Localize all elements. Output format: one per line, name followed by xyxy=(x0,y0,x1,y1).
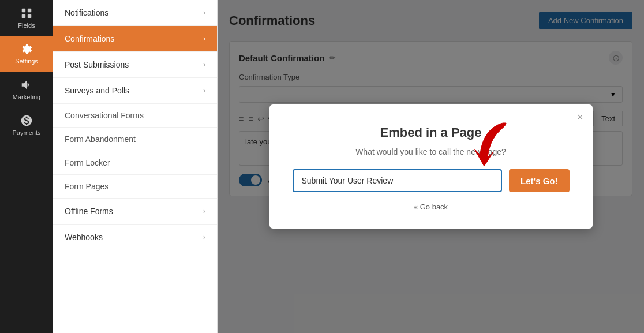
nav-label-abandonment: Form Abandonment xyxy=(65,134,136,144)
sidebar-label-fields: Fields xyxy=(18,22,35,29)
chevron-icon: › xyxy=(203,233,205,241)
chevron-icon: › xyxy=(203,61,205,69)
nav-label-conversational: Conversational Forms xyxy=(65,111,144,120)
modal-input-row: Let's Go! xyxy=(293,169,570,192)
nav-label-locker: Form Locker xyxy=(65,158,110,167)
middle-nav: Notifications › Confirmations › Post Sub… xyxy=(53,0,218,333)
nav-item-notifications[interactable]: Notifications › xyxy=(53,0,217,26)
chevron-icon: › xyxy=(203,207,205,215)
sidebar: Fields Settings Marketing Payments xyxy=(0,0,53,333)
nav-item-post-submissions[interactable]: Post Submissions › xyxy=(53,52,217,78)
svg-rect-1 xyxy=(22,14,25,18)
sidebar-item-fields[interactable]: Fields xyxy=(0,0,53,36)
nav-item-conversational[interactable]: Conversational Forms xyxy=(53,104,217,128)
chevron-icon: › xyxy=(203,35,205,43)
nav-item-surveys[interactable]: Surveys and Polls › xyxy=(53,78,217,104)
svg-rect-3 xyxy=(28,14,31,18)
chevron-icon: › xyxy=(203,9,205,17)
nav-item-locker[interactable]: Form Locker xyxy=(53,151,217,175)
red-arrow xyxy=(471,120,512,172)
sidebar-label-payments: Payments xyxy=(13,129,41,136)
svg-rect-2 xyxy=(28,9,31,12)
nav-label-notifications: Notifications xyxy=(65,8,108,17)
nav-label-confirmations: Confirmations xyxy=(65,34,114,43)
nav-item-pages[interactable]: Form Pages xyxy=(53,175,217,199)
embed-modal: × Embed in a Page What would you like to… xyxy=(269,104,593,229)
nav-item-offline[interactable]: Offline Forms › xyxy=(53,199,217,225)
settings-icon xyxy=(20,43,33,55)
nav-item-confirmations[interactable]: Confirmations › xyxy=(53,26,217,52)
nav-label-webhooks: Webhooks xyxy=(65,233,103,242)
nav-label-post-submissions: Post Submissions xyxy=(65,60,129,69)
payments-icon xyxy=(20,114,33,127)
modal-arrow-container: Let's Go! xyxy=(293,169,570,192)
chevron-icon: › xyxy=(203,87,205,95)
nav-label-surveys: Surveys and Polls xyxy=(65,86,129,95)
nav-item-webhooks[interactable]: Webhooks › xyxy=(53,225,217,250)
sidebar-item-settings[interactable]: Settings xyxy=(0,36,53,72)
go-back-link[interactable]: « Go back xyxy=(293,203,570,211)
nav-label-offline: Offline Forms xyxy=(65,207,113,216)
marketing-icon xyxy=(20,78,33,91)
sidebar-item-marketing[interactable]: Marketing xyxy=(0,72,53,107)
modal-subtitle: What would you like to call the new page… xyxy=(293,147,570,156)
modal-title: Embed in a Page xyxy=(293,125,570,140)
lets-go-button[interactable]: Let's Go! xyxy=(509,169,569,192)
sidebar-item-payments[interactable]: Payments xyxy=(0,107,53,143)
sidebar-label-marketing: Marketing xyxy=(13,93,40,100)
modal-overlay: × Embed in a Page What would you like to… xyxy=(218,0,644,333)
sidebar-label-settings: Settings xyxy=(15,58,38,65)
page-name-input[interactable] xyxy=(293,169,503,192)
svg-rect-0 xyxy=(22,9,25,12)
nav-item-abandonment[interactable]: Form Abandonment xyxy=(53,128,217,151)
modal-close-button[interactable]: × xyxy=(577,111,583,124)
nav-label-pages: Form Pages xyxy=(65,182,108,191)
main-content: Confirmations Add New Confirmation Defau… xyxy=(218,0,644,333)
fields-icon xyxy=(20,7,33,20)
